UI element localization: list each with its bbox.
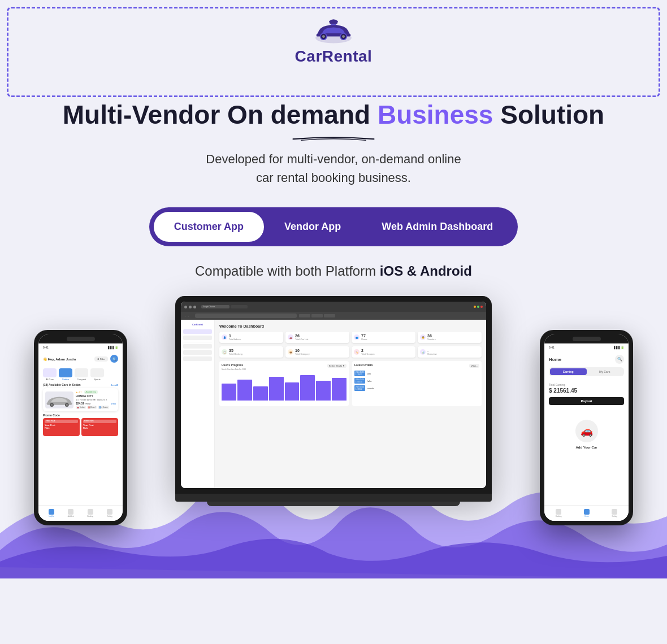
car-tag-seater: 👤 4 Seater	[98, 406, 109, 409]
stat-vendors: 👨 36 Vendors	[418, 332, 482, 343]
view-all-orders[interactable]: View...	[469, 364, 479, 368]
see-all-link[interactable]: See All	[111, 384, 118, 386]
customer-bottom-nav: IraqCar Add List Booking Setting	[38, 505, 123, 521]
laptop-foot	[207, 502, 460, 506]
order-name-1: tam	[367, 372, 371, 375]
stat-label-car: Total Car List	[295, 338, 308, 341]
nav-icon-iraq-car	[49, 509, 54, 515]
car-info: ★ 4.7 Available now HONDA CITY 1.5 Honda…	[76, 390, 116, 409]
stat-label-empty: Overview	[427, 353, 437, 355]
svg-point-7	[51, 404, 53, 406]
vendor-status-bar: 9:41 ▋▋▋🔋	[544, 343, 629, 351]
vendor-nav-label-home: Home	[584, 515, 589, 517]
stat-num-vendors: 36	[427, 334, 436, 338]
laptop-body: Google Chrome ← →	[175, 296, 492, 494]
logo-area: CarRental	[0, 0, 667, 66]
bar-2	[237, 380, 252, 401]
stat-label-admin: Total Admin	[229, 338, 241, 341]
vendor-earning-section: Total Earning $ 21561.45 Payout	[544, 380, 629, 414]
brand-name: CarRental	[295, 47, 373, 66]
customer-status-bar: 9:41 ▋▋▋🔋	[38, 343, 123, 351]
browser-dot-1	[184, 306, 187, 308]
nav-add-list[interactable]: Add List	[68, 509, 74, 517]
latest-orders: Latest Orders View... 2024-05-1817:44:23…	[352, 361, 482, 406]
vendor-tab-earning[interactable]: Earning	[550, 368, 587, 375]
web-admin-button[interactable]: Web Admin Dashboard	[361, 212, 513, 242]
dashboard-charts: User's Progress Select Yearly ▼ Month Wi…	[219, 361, 482, 406]
nav-label-add-list: Add List	[68, 515, 74, 517]
vendor-nav-label-booking: Booking	[556, 515, 562, 517]
chart-filter[interactable]: Select Yearly ▼	[327, 364, 347, 368]
dash-nav-item-5	[183, 356, 212, 361]
stat-num-booking: 35	[229, 349, 242, 353]
stat-num-car: 26	[295, 334, 308, 338]
subtitle: Developed for multi-vendor, on-demand on…	[0, 150, 667, 187]
order-name-2: fwhc	[367, 380, 371, 382]
dashboard-stats-row1: 👤 1 Total Admin 🚗 26	[219, 332, 482, 343]
promo-card-1[interactable]: FIRST RIDE Your FirstRide	[43, 418, 80, 436]
total-earning-value: $ 21561.45	[549, 388, 624, 394]
category-compact[interactable]: Compact	[75, 368, 88, 381]
vendor-tab-my-cars[interactable]: My Cars	[587, 368, 623, 375]
laptop-dashboard: Google Chrome ← →	[175, 296, 492, 506]
view-link[interactable]: View	[111, 402, 116, 405]
phone-frame-left: 9:41 ▋▋▋🔋 👋 Hey, Adam Justin ⚙ Filter 🔍	[34, 330, 127, 525]
vendor-search-button[interactable]: 🔍	[615, 355, 624, 364]
nav-label-iraq-car: IraqCar	[49, 515, 54, 517]
add-car-label: Add Your Car	[575, 446, 597, 449]
stat-total-car: 🚗 26 Total Car List	[285, 332, 349, 343]
vendor-app-button[interactable]: Vendor App	[264, 212, 361, 242]
vendor-title: Home	[549, 357, 561, 362]
vendor-app-phone: 9:41 ▋▋▋🔋 Home 🔍 Earning My Cars Total E…	[540, 330, 633, 525]
vendor-nav-setting[interactable]: Setting	[612, 509, 617, 517]
pill-buttons-container: Customer App Vendor App Web Admin Dashbo…	[149, 207, 518, 246]
nav-setting[interactable]: Setting	[107, 509, 112, 517]
vendor-nav-home[interactable]: Home	[584, 509, 590, 517]
main-heading: Multi-Vendor On demand Business Solution	[0, 99, 667, 138]
category-sports[interactable]: Sports	[90, 368, 104, 381]
car-name: HONDA CITY	[76, 394, 116, 398]
stat-icon-empty: 📊	[420, 349, 426, 355]
category-label-all: All Cars	[46, 378, 54, 381]
customer-signal-icons: ▋▋▋🔋	[108, 346, 118, 349]
phone-notch-left	[38, 334, 123, 343]
customer-search-button[interactable]: 🔍	[110, 355, 118, 363]
category-icon-sedan	[59, 368, 72, 377]
vendor-bottom-nav: Booking Home Setting	[544, 505, 629, 521]
customer-filter-button[interactable]: ⚙ Filter	[94, 356, 108, 362]
car-listing-card[interactable]: ★ 4.7 Available now HONDA CITY 1.5 Honda…	[43, 388, 118, 411]
bar-6	[300, 375, 315, 401]
nav-booking[interactable]: Booking	[87, 509, 93, 517]
order-badge-2: 2024-05-1418:45:34	[354, 378, 365, 384]
availability-badge: Available now	[84, 390, 98, 394]
stat-icon-users: 👥	[354, 334, 360, 340]
promo-card-2[interactable]: FIRST RIDE Your FirstRide	[81, 418, 118, 436]
category-sedan[interactable]: Sedan	[59, 368, 72, 381]
payout-button[interactable]: Payout	[549, 397, 624, 405]
vendor-tabs: Earning My Cars	[549, 367, 624, 376]
notch-pill-left	[67, 337, 95, 341]
order-item-1: 2024-05-1817:44:23 tam	[354, 371, 479, 376]
svg-point-9	[66, 404, 68, 406]
orders-title: Latest Orders	[354, 363, 373, 367]
customer-app-button[interactable]: Customer App	[154, 212, 264, 242]
svg-point-2	[322, 35, 325, 38]
vendor-signal-icons: ▋▋▋🔋	[614, 346, 624, 349]
stat-num-category: 10	[295, 349, 310, 353]
vendor-nav-booking[interactable]: Booking	[556, 509, 562, 517]
nav-iraq-car[interactable]: IraqCar	[49, 509, 54, 517]
user-progress-chart: User's Progress Select Yearly ▼ Month Wi…	[219, 361, 349, 406]
vendor-nav-icon-setting	[612, 509, 617, 515]
svg-rect-5	[331, 24, 336, 25]
nav-icon-add-list	[68, 509, 73, 515]
car-rental-logo-icon	[311, 17, 356, 45]
total-earning-label: Total Earning	[549, 383, 624, 386]
promo-label: Promo Code	[43, 414, 118, 417]
nav-icon-setting	[107, 509, 112, 515]
dashboard-logo: CarRental	[183, 323, 212, 326]
order-item-2: 2024-05-1418:45:34 fwhc	[354, 378, 479, 384]
customer-categories: All Cars Sedan Compact Sports	[38, 366, 123, 383]
bar-3	[253, 386, 268, 401]
add-car-section: 🚗 Add Your Car	[544, 414, 629, 455]
category-all-cars[interactable]: All Cars	[43, 368, 57, 381]
